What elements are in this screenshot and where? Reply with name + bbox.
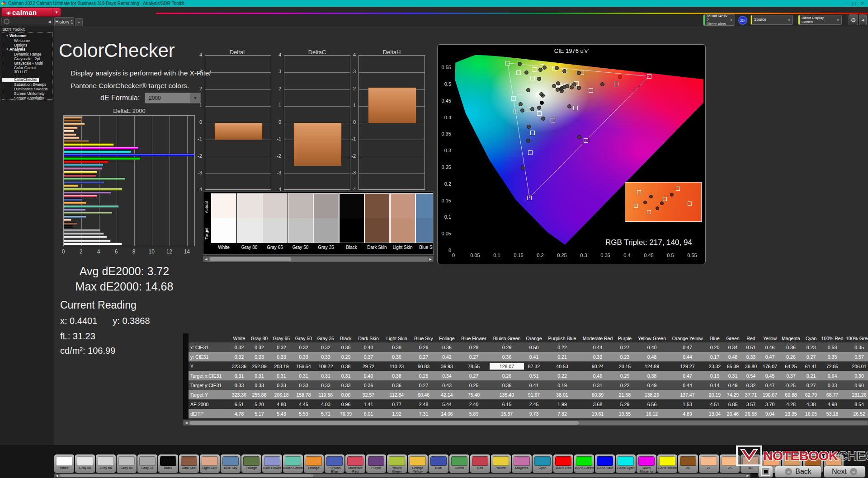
patch-button-100-magenta[interactable]: 100% Magenta — [637, 455, 656, 473]
patch-button-light-skin[interactable]: Light Skin — [200, 455, 220, 473]
table-cell[interactable]: 15.87 — [490, 411, 524, 417]
table-cell[interactable]: 1.99 — [544, 402, 580, 407]
table-cell[interactable]: 75.40 — [458, 392, 490, 398]
table-cell[interactable]: 0.35 — [820, 354, 844, 360]
record-icon[interactable] — [4, 19, 9, 24]
table-cell[interactable]: 16.12 — [635, 411, 669, 417]
table-cell[interactable]: 0.27 — [615, 345, 635, 350]
table-cell[interactable]: 0.33 — [315, 383, 337, 388]
table-cell[interactable]: 0.51 — [742, 345, 760, 350]
table-cell[interactable]: 0.30 — [337, 345, 355, 350]
table-cell[interactable]: 74.29 — [724, 392, 742, 398]
scroll-left-icon[interactable]: ◀ — [203, 257, 209, 262]
table-cell[interactable]: 0.30 — [844, 373, 868, 379]
table-cell[interactable]: 61.41 — [802, 364, 820, 369]
table-cell[interactable]: 21.58 — [615, 392, 635, 398]
table-cell[interactable]: 206.18 — [270, 392, 292, 398]
table-cell[interactable]: 0.41 — [524, 383, 544, 388]
table-cell[interactable]: 0.38 — [382, 345, 411, 350]
table-cell[interactable]: 0.41 — [524, 354, 544, 360]
patch-button-orange-yellow[interactable]: Orange Yellow — [408, 455, 428, 473]
table-cell[interactable]: 0.33 — [742, 354, 760, 360]
table-cell[interactable]: 0.31 — [724, 373, 742, 379]
display-control-dropdown[interactable]: Direct Display Control ▼ — [798, 15, 842, 25]
table-cell[interactable]: 0.27 — [411, 383, 436, 388]
table-cell[interactable]: 323.36 — [230, 392, 248, 398]
table-cell[interactable]: 64.25 — [780, 364, 802, 369]
table-cell[interactable]: 0.32 — [248, 345, 270, 350]
patch-button-gray-80[interactable]: Gray 80 — [75, 455, 95, 473]
table-cell[interactable]: 0.47 — [760, 383, 780, 388]
tree-item-color-gamut[interactable]: Color Gamut — [2, 66, 52, 70]
patch-button-purple[interactable]: Purple — [366, 455, 386, 473]
table-cell[interactable]: 0.29 — [337, 354, 355, 360]
table-cell[interactable]: 0.31 — [270, 373, 292, 379]
table-cell[interactable]: 128.07 — [490, 363, 524, 370]
table-cell[interactable]: 231.26 — [844, 392, 868, 398]
table-cell[interactable]: 60.88 — [780, 392, 802, 398]
table-cell[interactable]: 0.19 — [706, 373, 724, 379]
patch-button-green[interactable]: Green — [449, 455, 469, 473]
table-cell[interactable]: 0.54 — [742, 373, 760, 379]
table-cell[interactable]: 38.01 — [544, 392, 580, 398]
table-cell[interactable]: 4.80 — [270, 402, 292, 407]
table-cell[interactable]: 0.19 — [544, 383, 580, 388]
table-cell[interactable]: 0.29 — [615, 373, 635, 379]
table-cell[interactable]: 176.07 — [760, 364, 780, 369]
table-cell[interactable]: 2.45 — [524, 402, 544, 407]
tree-item-screen-angularity[interactable]: Screen Angularity — [2, 96, 52, 100]
table-cell[interactable]: 0.36 — [382, 383, 411, 388]
tab-history-1[interactable]: History 1 — [54, 17, 74, 26]
table-cell[interactable]: 0.27 — [802, 383, 820, 388]
patch-button-100-red[interactable]: 100% Red — [553, 455, 573, 473]
stop-button[interactable] — [758, 466, 773, 478]
table-cell[interactable]: 0.57 — [844, 354, 868, 360]
table-cell[interactable]: 53.18 — [820, 411, 844, 417]
tree-item-colorchecker[interactable]: ColorChecker — [2, 78, 39, 82]
table-cell[interactable]: 5.17 — [248, 411, 270, 417]
table-cell[interactable]: 0.31 — [315, 373, 337, 379]
table-cell[interactable]: 13.04 — [706, 411, 724, 417]
table-cell[interactable]: 0.42 — [436, 354, 458, 360]
next-button[interactable]: Next » — [824, 466, 865, 478]
table-cell[interactable]: 0.31 — [248, 373, 270, 379]
table-cell[interactable]: 0.33 — [580, 354, 615, 360]
table-cell[interactable]: 108.72 — [315, 364, 337, 369]
table-cell[interactable]: 60.39 — [580, 392, 615, 398]
table-cell[interactable]: 4.98 — [820, 402, 844, 407]
table-cell[interactable]: 0.36 — [436, 345, 458, 350]
table-cell[interactable]: 0.48 — [635, 354, 669, 360]
patch-button-red[interactable]: Red — [470, 455, 490, 473]
table-cell[interactable]: 0.22 — [544, 373, 580, 379]
table-scrollbar[interactable]: ◀ — [183, 420, 868, 426]
table-cell[interactable]: 0.27 — [411, 354, 436, 360]
table-cell[interactable]: 0.40 — [635, 345, 669, 350]
table-scroll-thumb[interactable] — [190, 421, 579, 425]
table-cell[interactable]: 0.36 — [490, 383, 524, 388]
footer-scroll-thumb[interactable] — [60, 474, 313, 477]
table-cell[interactable]: 0.33 — [248, 354, 270, 360]
table-cell[interactable]: 9.73 — [524, 411, 544, 417]
table-cell[interactable]: 0.51 — [524, 373, 544, 379]
table-cell[interactable]: 0.32 — [230, 345, 248, 350]
settings-button[interactable]: ⚙ — [849, 14, 858, 25]
patch-button-blue[interactable]: Blue — [429, 455, 448, 473]
table-cell[interactable]: 0.26 — [490, 373, 524, 379]
table-cell[interactable]: 0.27 — [802, 354, 820, 360]
table-cell[interactable]: 20.46 — [724, 411, 742, 417]
calman-menu-arrow-icon[interactable]: ▼ — [52, 8, 61, 16]
close-icon[interactable]: ✕ — [861, 1, 864, 6]
table-cell[interactable]: 0.23 — [615, 354, 635, 360]
table-cell[interactable]: 0.47 — [760, 354, 780, 360]
table-cell[interactable]: 255.88 — [248, 392, 270, 398]
patch-button-moderate-red[interactable]: Moderate Red — [345, 455, 365, 473]
table-cell[interactable]: 16.05 — [802, 411, 820, 417]
table-cell[interactable]: 37.71 — [742, 392, 760, 398]
table-cell[interactable]: 0.44 — [669, 383, 706, 388]
table-cell[interactable]: 3.68 — [580, 402, 615, 407]
table-cell[interactable]: 1.53 — [669, 402, 706, 407]
table-cell[interactable]: 0.31 — [292, 373, 315, 379]
table-cell[interactable]: 0.23 — [802, 345, 820, 350]
patch-button-blue-sky[interactable]: Blue Sky — [221, 455, 241, 473]
table-cell[interactable]: 0.32 — [292, 345, 315, 350]
